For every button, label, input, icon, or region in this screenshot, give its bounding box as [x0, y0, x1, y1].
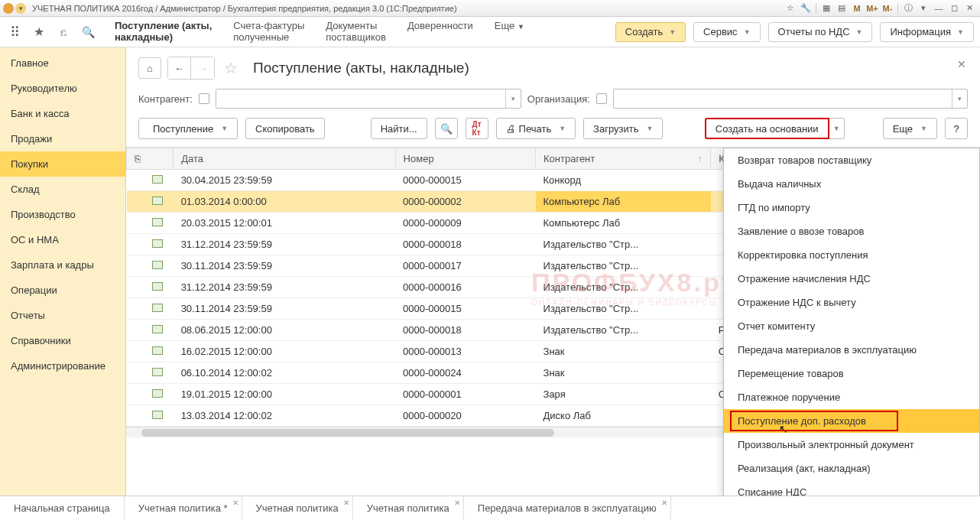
ribbon-tab[interactable]: Доверенности	[397, 17, 484, 47]
nav-item[interactable]: Отчеты	[0, 303, 125, 328]
m-plus-button[interactable]: M+	[866, 2, 878, 15]
bottom-tab[interactable]: Учетная политика✕	[353, 496, 464, 520]
menu-item[interactable]: Поступление доп. расходов↖	[724, 409, 979, 433]
menu-item[interactable]: Передача материалов в эксплуатацию	[724, 338, 979, 362]
menu-item[interactable]: Отражение НДС к вычету	[724, 291, 979, 314]
favorites-icon[interactable]: ★	[31, 24, 47, 41]
menu-item[interactable]: ГТД по импорту	[724, 196, 979, 219]
ribbon-tab[interactable]: Счета-фактурыполученные	[222, 17, 315, 47]
m-button[interactable]: M	[851, 2, 863, 15]
menu-item[interactable]: Отражение начисления НДС	[724, 267, 979, 291]
history-icon[interactable]: ⎌	[55, 24, 72, 41]
column-header[interactable]: Дата	[174, 148, 395, 170]
nav-item[interactable]: Операции	[0, 278, 125, 303]
bottom-tab[interactable]: Начальная страница	[0, 496, 125, 520]
ribbon-tab[interactable]: Поступление (акты,накладные)	[104, 17, 222, 47]
nav-item[interactable]: Зарплата и кадры	[0, 252, 125, 278]
app-dropdown-icon[interactable]: ▾	[15, 3, 26, 14]
create-based-on-menu: Возврат товаров поставщикуВыдача наличны…	[723, 148, 980, 496]
clear-filter-button[interactable]: 🔍	[435, 118, 458, 139]
menu-item[interactable]: Выдача наличных	[724, 172, 979, 196]
create-based-on-caret[interactable]: ▼	[829, 118, 845, 139]
nav-item[interactable]: Справочники	[0, 328, 125, 353]
nav-item[interactable]: Склад	[0, 177, 125, 202]
nav-item[interactable]: Продажи	[0, 126, 125, 151]
service-button[interactable]: Сервис▼	[693, 22, 760, 42]
document-icon	[152, 175, 163, 184]
filter-contragent-combo[interactable]: ▾	[216, 89, 521, 109]
tab-close-icon[interactable]: ✕	[661, 499, 667, 507]
nav-item[interactable]: Банк и касса	[0, 101, 125, 126]
bottom-tab[interactable]: Учетная политика *✕	[125, 496, 242, 520]
menu-item[interactable]: Платежное поручение	[724, 385, 979, 409]
nav-item[interactable]: Администрирование	[0, 353, 125, 379]
dt-kt-button[interactable]: ДтКт	[466, 118, 488, 139]
toolbar-icon[interactable]: 🔧	[800, 2, 812, 15]
tab-close-icon[interactable]: ✕	[454, 499, 460, 507]
copy-button[interactable]: Скопировать	[245, 118, 325, 139]
minimize-icon[interactable]: —	[933, 2, 945, 15]
info-icon[interactable]: ⓘ	[902, 2, 914, 15]
nav-item[interactable]: Руководителю	[0, 76, 125, 101]
document-icon	[152, 197, 163, 205]
tab-close-icon[interactable]: ✕	[343, 499, 349, 507]
ribbon-tab[interactable]: Еще ▼	[484, 17, 535, 47]
bottom-tabs: Начальная страницаУчетная политика *✕Уче…	[0, 496, 980, 520]
nav-item[interactable]: ОС и НМА	[0, 227, 125, 252]
document-icon	[152, 389, 163, 398]
window-title: УЧЕТНАЯ ПОЛИТИКА 2016год / Администратор…	[32, 4, 783, 13]
filter-org-checkbox[interactable]	[596, 93, 607, 104]
ribbon-tab[interactable]: Документыпоставщиков	[315, 17, 397, 47]
home-button[interactable]: ⌂	[138, 57, 161, 79]
search-icon[interactable]: 🔍	[80, 24, 96, 41]
menu-item[interactable]: Перемещение товаров	[724, 362, 979, 385]
find-button[interactable]: Найти...	[371, 118, 427, 139]
filter-contragent-checkbox[interactable]	[199, 93, 209, 104]
menu-item[interactable]: Корректировка поступления	[724, 243, 979, 267]
document-icon	[152, 261, 163, 269]
panel-close-icon[interactable]: ✕	[957, 58, 966, 70]
receipt-button[interactable]: Поступление▼	[138, 118, 238, 139]
calendar-icon[interactable]: ▦	[820, 2, 832, 15]
dropdown-icon[interactable]: ▾	[917, 2, 930, 15]
more-button[interactable]: Еще▼	[883, 118, 937, 139]
menu-item[interactable]: Отчет комитенту	[724, 314, 979, 338]
menu-item[interactable]: Возврат товаров поставщику	[724, 148, 979, 172]
app-icon	[3, 3, 14, 14]
main-panel: ✕ ⌂ ← → ☆ Поступление (акты, накладные) …	[126, 47, 980, 496]
close-icon[interactable]: ✕	[963, 2, 975, 15]
tab-close-icon[interactable]: ✕	[232, 499, 239, 507]
help-button[interactable]: ?	[945, 118, 968, 139]
back-button[interactable]: ←	[168, 57, 191, 79]
column-header[interactable]: ⎘	[127, 148, 174, 170]
column-header[interactable]: Контрагент ↑	[536, 148, 711, 170]
information-button[interactable]: Информация▼	[880, 22, 974, 42]
apps-grid-icon[interactable]: ⠿	[6, 24, 23, 41]
create-based-on-button[interactable]: Создать на основании	[705, 118, 829, 139]
ribbon: ⠿ ★ ⎌ 🔍 Поступление (акты,накладные)Счет…	[0, 17, 980, 47]
create-button[interactable]: Создать▼	[615, 22, 686, 42]
menu-item[interactable]: Произвольный электронный документ	[724, 433, 979, 457]
left-nav: ГлавноеРуководителюБанк и кассаПродажиПо…	[0, 47, 126, 496]
menu-item[interactable]: Реализация (акт, накладная)	[724, 457, 979, 480]
column-header[interactable]: Номер	[395, 148, 535, 170]
document-icon	[152, 304, 163, 312]
page-favorite-icon[interactable]: ☆	[224, 59, 238, 77]
bottom-tab[interactable]: Передача материалов в эксплуатацию✕	[464, 496, 671, 520]
load-button[interactable]: Загрузить▼	[583, 118, 663, 139]
print-button[interactable]: 🖨 Печать▼	[496, 118, 576, 139]
m-minus-button[interactable]: M-	[881, 2, 894, 15]
nav-item[interactable]: Главное	[0, 50, 125, 76]
maximize-icon[interactable]: ◻	[948, 2, 960, 15]
filter-org-combo[interactable]: ▾	[613, 89, 968, 109]
menu-item[interactable]: Заявление о ввозе товаров	[724, 219, 979, 243]
bottom-tab[interactable]: Учетная политика✕	[242, 496, 353, 520]
vat-reports-button[interactable]: Отчеты по НДС▼	[768, 22, 873, 42]
page-title: Поступление (акты, накладные)	[253, 60, 469, 76]
document-icon	[152, 218, 163, 226]
menu-item[interactable]: Списание НДС	[724, 480, 979, 496]
nav-item[interactable]: Производство	[0, 202, 125, 227]
calc-icon[interactable]: ▤	[836, 2, 848, 15]
nav-item[interactable]: Покупки	[0, 151, 125, 177]
fav-icon[interactable]: ☆	[784, 2, 797, 15]
